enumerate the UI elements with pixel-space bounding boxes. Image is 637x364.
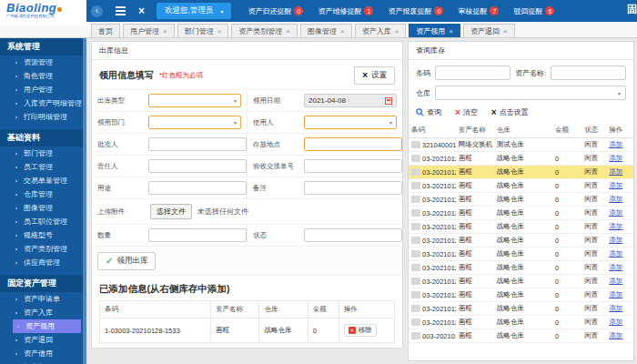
stock-row[interactable]: 03-2021012画框战略仓库0闲置添加 xyxy=(409,152,633,166)
sidebar-item[interactable]: 规格型号 xyxy=(0,228,86,242)
form-input[interactable] xyxy=(148,228,247,242)
tab-item[interactable]: 资产退回× xyxy=(463,24,515,37)
sidebar-item[interactable]: 部门管理 xyxy=(0,147,86,160)
add-link[interactable]: 添加 xyxy=(609,222,622,230)
tab-close-icon[interactable]: × xyxy=(449,27,453,35)
add-link[interactable]: 添加 xyxy=(609,249,622,258)
stock-row[interactable]: 03-2021012画框战略仓库0闲置添加 xyxy=(409,248,633,261)
tab-item[interactable]: 资产类别管理× xyxy=(231,24,298,37)
stock-row[interactable]: 03-2021012画框战略仓库0闲置添加 xyxy=(409,220,633,234)
column-settings-button[interactable]: × 点击设置 xyxy=(491,107,529,117)
requisition-submit-button[interactable]: ✓ 领用出库 xyxy=(97,252,156,270)
form-input[interactable] xyxy=(304,228,402,242)
form-input[interactable] xyxy=(148,181,247,195)
stock-row[interactable]: 03-2021012画框战略仓库0闲置添加 xyxy=(409,234,633,248)
sidebar-item[interactable]: 资产领用 xyxy=(13,319,81,333)
corner-widget-icon[interactable]: 固 xyxy=(627,3,637,16)
stock-row[interactable]: 3210400013网络交换机测试仓库闲置添加 xyxy=(409,138,633,152)
stock-row[interactable]: 03-2021012画框战略仓库0闲置添加 xyxy=(409,288,633,302)
add-link[interactable]: 添加 xyxy=(609,318,622,326)
sidebar-item[interactable]: 资产借用 xyxy=(0,347,86,360)
topbar-notice[interactable]: 驳回提醒6 xyxy=(513,6,554,16)
sidebar-item[interactable]: 打印明细管理 xyxy=(0,110,86,124)
stock-row[interactable]: 03-2021012画框战略仓库0闲置添加 xyxy=(409,275,633,288)
add-link[interactable]: 添加 xyxy=(609,154,622,162)
tab-item[interactable]: 资产入库× xyxy=(355,24,407,37)
choose-file-button[interactable]: 选择文件 xyxy=(150,204,192,219)
user-dropdown[interactable]: 欢迎您,管理员 ▾ xyxy=(157,3,231,19)
settings-button[interactable]: × 设置 xyxy=(354,66,395,85)
stock-row[interactable]: 003-2021012画框战略仓库0闲置添加 xyxy=(409,329,633,343)
tab-close-icon[interactable]: × xyxy=(395,27,399,35)
topbar-notice[interactable]: 审核提醒7 xyxy=(458,6,499,16)
add-link[interactable]: 添加 xyxy=(609,208,622,217)
stock-row[interactable]: 03-2021012画框战略仓库0闲置添加 xyxy=(409,179,633,193)
sidebar-item[interactable]: 资产入库 xyxy=(0,306,86,319)
sidebar-item[interactable]: 员工职位管理 xyxy=(0,215,86,228)
topbar-notice[interactable]: 资产维修提醒1 xyxy=(318,6,373,16)
clear-button[interactable]: × 清空 xyxy=(455,107,478,117)
warehouse-select[interactable]: ▾ xyxy=(435,86,626,100)
form-select[interactable]: ▾ xyxy=(148,94,241,107)
sidebar-item[interactable]: 员工管理 xyxy=(0,160,86,174)
topbar-notice[interactable]: 资产报废提醒0 xyxy=(388,6,443,16)
tab-item[interactable]: 部门管理× xyxy=(177,24,229,37)
sidebar-item[interactable]: 用户管理 xyxy=(0,83,86,96)
add-link[interactable]: 添加 xyxy=(609,331,622,339)
stock-row[interactable]: 03-2021012画框战略仓库0闲置添加 xyxy=(409,302,633,316)
close-all-icon[interactable]: × xyxy=(138,5,145,17)
tab-close-icon[interactable]: × xyxy=(286,27,290,35)
add-link[interactable]: 添加 xyxy=(609,195,622,203)
sidebar-item[interactable]: 资产申请单 xyxy=(0,292,86,306)
sidebar-item[interactable]: 仓库管理 xyxy=(0,187,86,201)
form-input[interactable] xyxy=(148,137,247,151)
stock-row[interactable]: 03-2021012画框战略仓库0闲置添加 xyxy=(409,261,633,275)
add-link[interactable]: 添加 xyxy=(609,290,622,298)
stock-row[interactable]: 03-2021012画框战略仓库0闲置添加 xyxy=(409,166,633,179)
stock-row[interactable]: 03-2021012画框战略仓库0闲置添加 xyxy=(409,207,633,220)
sidebar-item[interactable]: 资源管理 xyxy=(0,56,86,69)
collapse-sidebar-button[interactable]: ‹ xyxy=(91,5,103,17)
form-select[interactable]: ▾ xyxy=(304,116,397,129)
add-link[interactable]: 添加 xyxy=(609,236,622,244)
stock-row[interactable]: 03-2021012画框战略仓库0闲置添加 xyxy=(409,316,633,329)
tab-item[interactable]: 图像管理× xyxy=(300,24,352,37)
sidebar-item[interactable]: 图像管理 xyxy=(0,201,86,215)
stock-row[interactable]: 03-2021012画框战略仓库0闲置添加 xyxy=(409,193,633,207)
tab-item[interactable]: 首页 xyxy=(91,24,120,37)
tab-close-icon[interactable]: × xyxy=(503,27,508,35)
asset-name-filter-input[interactable] xyxy=(551,66,626,80)
sidebar-item[interactable]: 交易单量管理 xyxy=(0,174,86,187)
tab-item[interactable]: 资产领用× xyxy=(409,24,460,37)
barcode-filter-input[interactable] xyxy=(435,66,511,80)
add-link[interactable]: 添加 xyxy=(609,277,622,285)
sidebar-item[interactable]: 入库资产明细管理 xyxy=(0,96,86,110)
search-button[interactable]: 查询 xyxy=(416,107,441,117)
add-link[interactable]: 添加 xyxy=(609,167,622,176)
sidebar-item[interactable]: 角色管理 xyxy=(0,69,86,83)
sidebar-section-title[interactable]: 固定资产管理 xyxy=(0,275,86,292)
topbar-notice[interactable]: 资产归还提醒0 xyxy=(248,6,303,16)
sidebar-item[interactable]: 资产退回 xyxy=(0,333,86,347)
remove-button[interactable]: ×移除 xyxy=(344,324,377,337)
tab-close-icon[interactable]: × xyxy=(217,27,222,35)
sidebar-section-title[interactable]: 基础资料 xyxy=(0,129,86,147)
form-input[interactable] xyxy=(304,159,402,173)
tab-item[interactable]: 用户管理× xyxy=(123,24,175,37)
sidebar-item[interactable]: 供应商管理 xyxy=(0,256,86,269)
sidebar-section-title[interactable]: 系统管理 xyxy=(0,38,86,56)
form-select[interactable]: ▾ xyxy=(148,116,241,129)
add-link[interactable]: 添加 xyxy=(609,304,622,312)
add-link[interactable]: 添加 xyxy=(609,263,622,271)
form-input[interactable] xyxy=(304,137,402,151)
add-link[interactable]: 添加 xyxy=(609,140,622,148)
sidebar-item[interactable]: 资产类别管理 xyxy=(0,242,86,256)
menu-icon[interactable] xyxy=(116,6,126,15)
tab-close-icon[interactable]: × xyxy=(163,27,167,35)
tab-close-icon[interactable]: × xyxy=(340,27,345,35)
form-input[interactable] xyxy=(148,159,247,173)
sidebar-item[interactable]: 资产归还 xyxy=(0,360,86,364)
date-input[interactable]: 2021-04-08 xyxy=(304,94,397,107)
add-link[interactable]: 添加 xyxy=(609,181,622,189)
form-input[interactable] xyxy=(304,181,402,195)
